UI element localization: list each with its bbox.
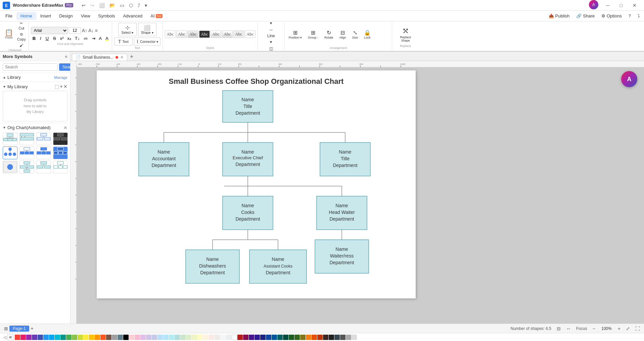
more-text-btn[interactable]: T↓ [74,36,81,41]
menu-insert[interactable]: Insert [36,12,55,20]
undo-btn[interactable]: ↩ [80,2,87,9]
extend-button[interactable]: ⤵ [635,12,643,20]
color-swatch-3-3[interactable] [249,335,254,340]
style-swatch-5[interactable]: Abc [211,31,221,38]
template-6[interactable] [19,147,34,159]
font-size-input[interactable] [69,27,81,34]
line-button[interactable]: ─Line▾ [260,27,282,45]
org-chart-close-btn[interactable]: ✕ [63,125,67,130]
color-swatch-red[interactable] [15,335,20,340]
fill-button[interactable]: 🪣Fill▾ [260,21,282,26]
layout-icon[interactable]: ⊞ [4,326,8,331]
shadow-button[interactable]: ◫Shadow▾ [260,46,282,52]
color-swatch-3-5[interactable] [260,335,266,340]
strikethrough-btn[interactable]: S [51,35,58,42]
style-swatch-6[interactable]: Abc [222,31,233,38]
color-swatch-2-15[interactable] [209,335,214,340]
color-swatch-deep-purple[interactable] [32,335,37,340]
options-button[interactable]: ⚙ Options [599,12,625,20]
zoom-out-btn[interactable]: − [593,326,595,331]
select-button[interactable]: ⊹ Select ▾ [118,23,137,36]
color-swatch-2-5[interactable] [152,335,157,340]
menu-view[interactable]: View [77,12,94,20]
indent-btn[interactable]: ⇥ [90,36,97,41]
color-swatch-2-8[interactable] [169,335,174,340]
eraser-icon[interactable]: ⊘ [7,334,13,340]
more-btn[interactable]: ▾ [143,2,149,9]
my-library-add-btn[interactable]: + [60,83,63,90]
color-swatch-yellow[interactable] [83,335,89,340]
share-file-btn[interactable]: ⤴ [136,2,142,9]
menu-design[interactable]: Design [55,12,77,20]
maximize-btn[interactable]: □ [614,0,628,11]
color-swatch-2-3[interactable] [140,335,146,340]
color-swatch-2-4[interactable] [146,335,151,340]
connector-button[interactable]: ⌇ Connector ▾ [134,38,160,46]
search-input[interactable] [3,63,58,71]
manage-link[interactable]: Manage [54,75,67,79]
color-swatch-2-16[interactable] [215,335,220,340]
style-swatch-1[interactable]: Abc [165,31,176,38]
canvas-tab[interactable]: 📄 Small Business... ✕ [72,54,127,61]
template-1[interactable] [3,132,17,145]
tab-close-btn[interactable]: ✕ [120,55,124,60]
color-swatch-black[interactable] [123,335,129,340]
user-avatar[interactable]: A [589,0,598,9]
text-button[interactable]: T Text [114,38,133,46]
menu-file[interactable]: File [1,12,16,20]
search-button[interactable]: Search [59,63,71,71]
color-swatch-light-blue[interactable] [49,335,54,340]
share-button[interactable]: 🔗 Share [573,12,597,20]
menu-home[interactable]: Home [16,12,36,20]
style-swatch-4[interactable]: Abc [199,31,210,38]
new-tab-btn[interactable]: + [127,53,136,61]
color-swatch-3-12[interactable] [300,335,306,340]
color-swatch-amber[interactable] [89,335,94,340]
replace-shape-button[interactable]: ⤲ ReplaceShape [395,25,416,44]
color-swatch-3-7[interactable] [272,335,277,340]
open-btn[interactable]: 📂 [108,2,117,9]
color-swatch-2-13[interactable] [197,335,203,340]
template-4[interactable] [53,132,68,145]
color-swatch-3-8[interactable] [277,335,283,340]
style-swatch-2[interactable]: Abc [176,31,187,38]
group-button[interactable]: ⊞ Group - [306,29,320,40]
bullet-list-btn[interactable]: ≔ [82,36,89,41]
template-9[interactable] [3,161,17,173]
current-page-tab[interactable]: Page-1 [9,326,29,332]
color-swatch-blue[interactable] [43,335,49,340]
color-swatch-purple[interactable] [26,335,32,340]
color-swatch-2-10[interactable] [180,335,186,340]
help-button[interactable]: ? [626,12,634,20]
menu-symbols[interactable]: Symbols [94,12,119,20]
color-swatch-3-15[interactable] [317,335,323,340]
color-swatch-3-16[interactable] [323,335,328,340]
color-swatch-grey[interactable] [112,335,117,340]
color-swatch-2-14[interactable] [203,335,209,340]
color-swatch-3-6[interactable] [266,335,271,340]
color-swatch-3-9[interactable] [283,335,288,340]
menu-ai[interactable]: AI hot [146,12,167,20]
font-family-select[interactable]: Arial [31,27,68,34]
color-swatch-3-18[interactable] [334,335,340,340]
color-swatch-blue-grey[interactable] [118,335,123,340]
palette-prev-btn[interactable]: ◁ [3,335,7,340]
export-btn[interactable]: ⬡ [127,2,135,9]
canvas-paper[interactable]: Small Business Coffee Shop Organizationa… [97,70,416,298]
position-button[interactable]: ⊞ Position ▾ [287,29,304,40]
format-painter-button[interactable]: 🖌 [16,43,27,48]
color-swatch-2-12[interactable] [192,335,197,340]
font-color-btn[interactable]: A [98,36,103,41]
save-btn[interactable]: ⬜ [97,2,106,9]
template-5[interactable] [3,147,17,159]
template-12[interactable] [53,161,68,173]
style-swatch-7[interactable]: Abc [233,31,244,38]
font-size-increase[interactable]: A↑ [82,28,87,33]
color-swatch-3-10[interactable] [289,335,294,340]
color-swatch-orange[interactable] [95,335,100,340]
underline-btn[interactable]: U [44,35,50,42]
color-swatch-pink[interactable] [20,335,26,340]
redo-btn[interactable]: ↪ [89,2,96,9]
color-swatch-2-7[interactable] [163,335,169,340]
zoom-in-btn[interactable]: + [618,326,620,331]
